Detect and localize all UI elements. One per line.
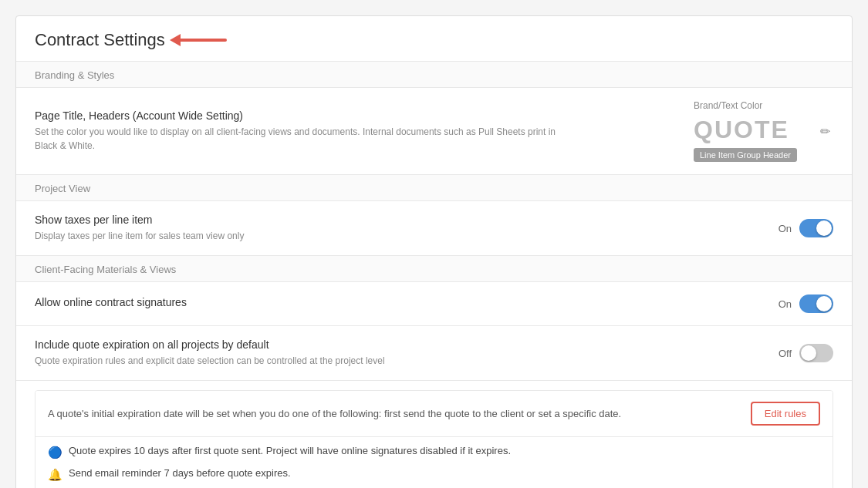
- branding-control: Brand/Text Color QUOTE Line Item Group H…: [694, 100, 833, 162]
- quote-expiration-control: Off: [778, 344, 833, 362]
- page-title: Contract Settings: [35, 30, 165, 50]
- online-signatures-content: Allow online contract signatures: [35, 296, 778, 311]
- branding-title: Page Title, Headers (Account Wide Settin…: [35, 109, 694, 122]
- branding-row: Page Title, Headers (Account Wide Settin…: [16, 88, 852, 175]
- show-taxes-title: Show taxes per line item: [35, 214, 778, 226]
- rule-text-2: Send email reminder 7 days before quote …: [69, 467, 291, 479]
- quote-expiration-desc: Quote expiration rules and explicit date…: [35, 354, 575, 368]
- info-box-text: A quote's initial expiration date will b…: [48, 408, 735, 419]
- show-taxes-control: On: [778, 219, 833, 237]
- show-taxes-desc: Display taxes per line item for sales te…: [35, 229, 575, 243]
- online-signatures-row: Allow online contract signatures On: [16, 282, 852, 326]
- quote-preview-text: QUOTE: [694, 117, 789, 142]
- line-item-badge: Line Item Group Header: [694, 148, 797, 162]
- quote-expiration-status: Off: [778, 348, 792, 359]
- rule-item-2: 🔔 Send email reminder 7 days before quot…: [48, 467, 820, 482]
- quote-expiration-toggle[interactable]: [799, 344, 833, 362]
- section-client-facing-label: Client-Facing Materials & Views: [16, 256, 852, 282]
- branding-content: Page Title, Headers (Account Wide Settin…: [35, 109, 694, 153]
- quote-expiration-row: Include quote expiration on all projects…: [16, 326, 852, 381]
- back-arrow-icon: [174, 32, 236, 48]
- page-header: Contract Settings: [16, 16, 852, 62]
- toggle-knob: [801, 345, 816, 361]
- rule-icon-2: 🔔: [48, 468, 62, 482]
- rule-icon-1: 🔵: [48, 446, 62, 459]
- online-signatures-status: On: [778, 298, 792, 310]
- online-signatures-control: On: [778, 294, 833, 313]
- section-branding-label: Branding & Styles: [16, 62, 852, 88]
- brand-color-label: Brand/Text Color: [694, 100, 762, 111]
- rule-text-1: Quote expires 10 days after first quote …: [69, 445, 511, 456]
- rules-list: 🔵 Quote expires 10 days after first quot…: [35, 437, 833, 488]
- project-view-row: Show taxes per line item Display taxes p…: [16, 201, 852, 256]
- quote-expiration-title: Include quote expiration on all projects…: [35, 338, 778, 351]
- toggle-knob: [816, 220, 832, 236]
- edit-rules-button[interactable]: Edit rules: [751, 402, 820, 426]
- expiration-info-box: A quote's initial expiration date will b…: [35, 390, 833, 488]
- toggle-knob: [816, 296, 832, 311]
- show-taxes-toggle[interactable]: [799, 219, 833, 237]
- page-container: Contract Settings Branding & Styles Page…: [15, 15, 853, 488]
- branding-desc: Set the color you would like to display …: [35, 125, 575, 153]
- project-view-content: Show taxes per line item Display taxes p…: [35, 214, 778, 243]
- show-taxes-status: On: [778, 223, 792, 234]
- brand-preview: Brand/Text Color QUOTE Line Item Group H…: [694, 100, 797, 162]
- rule-item-1: 🔵 Quote expires 10 days after first quot…: [48, 445, 820, 459]
- section-project-view-label: Project View: [16, 175, 852, 201]
- info-box-header: A quote's initial expiration date will b…: [35, 391, 833, 437]
- edit-brand-button[interactable]: ✏: [817, 121, 833, 142]
- quote-expiration-content: Include quote expiration on all projects…: [35, 338, 778, 368]
- online-signatures-title: Allow online contract signatures: [35, 296, 778, 308]
- online-signatures-toggle[interactable]: [799, 294, 833, 313]
